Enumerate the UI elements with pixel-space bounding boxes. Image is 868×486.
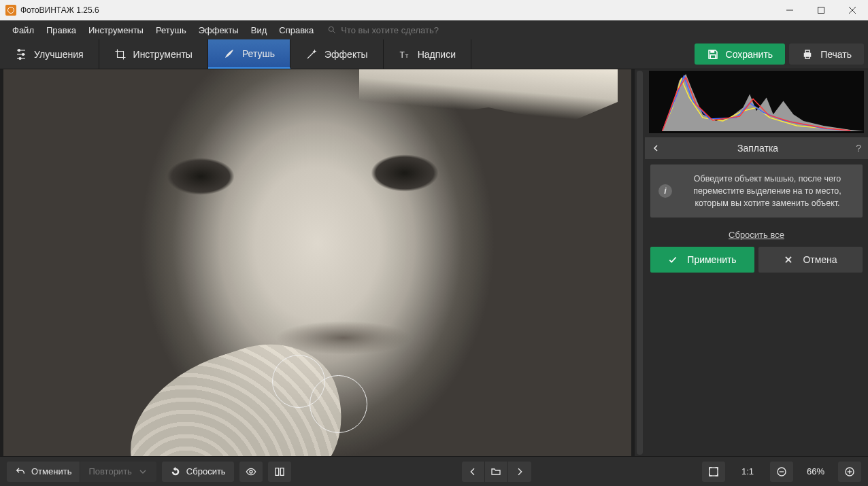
tab-effects[interactable]: Эффекты [290, 39, 384, 69]
svg-point-10 [22, 53, 24, 55]
svg-rect-16 [710, 54, 716, 58]
save-icon [707, 48, 719, 60]
text-icon: TT [399, 48, 411, 60]
reset-label: Сбросить [186, 466, 226, 476]
svg-point-9 [18, 49, 20, 51]
menu-file[interactable]: Файл [7, 22, 39, 38]
close-icon [784, 255, 793, 264]
menu-search-input[interactable] [341, 25, 477, 35]
menu-search [327, 25, 477, 35]
plus-icon [844, 466, 855, 477]
folder-icon [490, 466, 501, 477]
reset-all-link[interactable]: Сбросить все [645, 230, 868, 240]
panel-help-button[interactable]: ? [856, 143, 861, 154]
apply-button[interactable]: Применить [650, 247, 754, 273]
panel-header: Заплатка ? [645, 137, 868, 159]
window-minimize-button[interactable] [774, 0, 805, 20]
print-button[interactable]: Печать [789, 44, 864, 65]
panel-back-button[interactable] [652, 141, 660, 156]
cancel-label: Отмена [803, 254, 837, 265]
photo-detail-tear [359, 69, 618, 124]
menu-retouch[interactable]: Ретушь [150, 22, 192, 38]
compare-button[interactable] [268, 462, 291, 482]
print-label: Печать [820, 49, 852, 60]
right-panel: Заплатка ? i Обведите объект мышью, посл… [645, 69, 868, 456]
preview-toggle-button[interactable] [239, 462, 263, 482]
main-tabs: Улучшения Инструменты Ретушь Эффекты TT … [0, 39, 868, 69]
menu-instruments[interactable]: Инструменты [83, 22, 149, 38]
zoom-in-button[interactable] [838, 462, 861, 482]
histogram[interactable] [649, 71, 864, 133]
photo-detail-mouth [276, 321, 412, 355]
svg-rect-1 [818, 7, 824, 14]
svg-point-23 [250, 470, 252, 473]
chevron-down-icon [137, 466, 148, 477]
tab-label: Улучшения [34, 49, 84, 60]
menu-edit[interactable]: Правка [41, 22, 82, 38]
zoom-ratio-button[interactable]: 1:1 [731, 466, 765, 476]
fit-screen-button[interactable] [702, 462, 725, 482]
app-icon [5, 5, 16, 16]
file-nav-group [462, 462, 531, 482]
menu-effects[interactable]: Эффекты [193, 22, 244, 38]
apply-label: Применить [687, 254, 736, 265]
canvas-area[interactable] [0, 69, 645, 456]
next-file-button[interactable] [508, 462, 531, 482]
tab-label: Эффекты [324, 49, 368, 60]
chevron-left-icon [467, 466, 478, 477]
svg-rect-25 [280, 468, 284, 475]
patch-selection-target[interactable] [310, 375, 367, 433]
compare-icon [274, 466, 285, 477]
cancel-button[interactable]: Отмена [758, 247, 863, 273]
tab-enhance[interactable]: Улучшения [0, 39, 99, 69]
reset-button[interactable]: Сбросить [162, 462, 234, 482]
menu-view[interactable]: Вид [246, 22, 273, 38]
menu-bar: Файл Правка Инструменты Ретушь Эффекты В… [0, 20, 868, 39]
svg-text:T: T [399, 50, 405, 59]
sliders-icon [15, 48, 27, 60]
svg-text:T: T [405, 52, 408, 58]
brush-icon [223, 48, 235, 60]
prev-file-button[interactable] [462, 462, 485, 482]
tab-captions[interactable]: TT Надписи [384, 39, 471, 69]
chevron-left-icon [652, 144, 660, 152]
tab-tools[interactable]: Инструменты [99, 39, 208, 69]
undo-label: Отменить [31, 466, 71, 476]
save-label: Сохранить [726, 49, 773, 60]
svg-line-5 [333, 31, 335, 33]
fit-icon [708, 466, 719, 477]
svg-rect-24 [276, 468, 279, 475]
svg-line-12 [307, 51, 315, 58]
tab-label: Ретушь [242, 48, 275, 59]
tab-label: Инструменты [133, 49, 193, 60]
undo-icon [15, 466, 26, 477]
window-close-button[interactable] [837, 0, 868, 20]
tab-retouch[interactable]: Ретушь [208, 39, 290, 69]
redo-button[interactable]: Повторить [80, 462, 156, 482]
undo-button[interactable]: Отменить [7, 462, 80, 482]
redo-label: Повторить [88, 466, 131, 476]
print-icon [801, 48, 814, 60]
zoom-out-button[interactable] [770, 462, 793, 482]
minus-icon [776, 466, 787, 477]
history-group: Отменить Повторить [7, 462, 156, 482]
tool-hint-text: Обведите объект мышью, после чего переме… [693, 174, 841, 208]
panel-title: Заплатка [660, 143, 856, 154]
svg-rect-18 [805, 50, 809, 53]
eye-icon [246, 466, 256, 477]
save-button[interactable]: Сохранить [695, 44, 786, 65]
app-title: ФотоВИНТАЖ 1.25.6 [20, 5, 774, 15]
check-icon [668, 255, 678, 264]
svg-rect-15 [710, 50, 714, 53]
canvas-vertical-scrollbar[interactable] [635, 69, 645, 456]
zoom-value: 66% [799, 466, 833, 476]
bottom-bar: Отменить Повторить Сбросить 1:1 66% [0, 456, 868, 486]
open-folder-button[interactable] [485, 462, 508, 482]
wand-icon [305, 48, 318, 60]
menu-help[interactable]: Справка [273, 22, 319, 38]
crop-icon [114, 48, 127, 60]
chevron-right-icon [514, 466, 525, 477]
svg-point-4 [329, 27, 334, 31]
tool-hint: i Обведите объект мышью, после чего пере… [650, 164, 863, 218]
window-maximize-button[interactable] [805, 0, 837, 20]
